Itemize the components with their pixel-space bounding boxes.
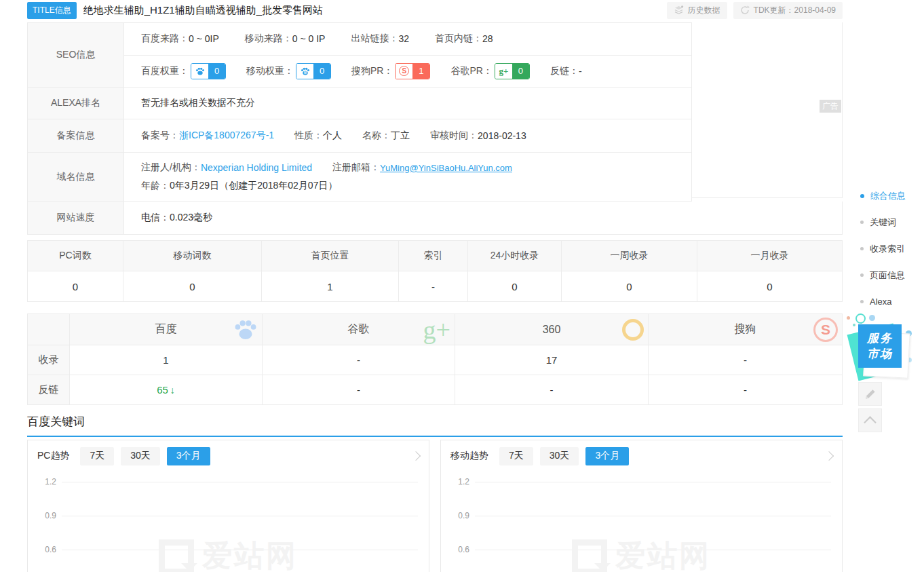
site-info-main: SEO信息 百度来路： 0 ~ 0 IP 移动来路： 0 ~ 0 IP (27, 22, 692, 202)
title-bar-actions: 历史数据 TDK更新：2018-04-09 (667, 2, 843, 19)
baidu-keyword-section-header: 百度关键词 (27, 414, 843, 437)
homepage-inlinks: 首页内链： 28 (435, 33, 493, 45)
registrant-link[interactable]: Nexperian Holding Limited (201, 162, 312, 173)
pc-tab-30d[interactable]: 30天 (121, 447, 160, 465)
shoulu-360[interactable]: 17 (455, 345, 649, 375)
mobile-tab-3m[interactable]: 3个月 (585, 447, 629, 465)
engine-header-baidu: 百度 (70, 314, 263, 345)
mobile-tab-7d[interactable]: 7天 (499, 447, 533, 465)
stats-value-cell: 1 (262, 271, 399, 301)
nav-item-index[interactable]: 收录索引 (860, 242, 906, 256)
gridline (475, 516, 831, 516)
fanlian-baidu[interactable]: 65 ↓ (70, 375, 263, 404)
chevron-right-icon[interactable] (824, 451, 834, 461)
dot-icon (860, 247, 864, 250)
mobile-trend-label: 移动趋势 (450, 450, 488, 462)
icp-review-time: 审核时间： 2018-02-13 (430, 130, 526, 142)
stats-header-cell: 24小时收录 (468, 241, 562, 271)
y-tick: 1.2 (35, 477, 56, 487)
pc-tab-7d[interactable]: 7天 (80, 447, 114, 465)
domain-age: 年龄： 0年3月29日（创建于2018年02月07日） (141, 180, 337, 192)
svg-text:M: M (304, 71, 307, 75)
icp-nature: 性质： 个人 (294, 130, 342, 142)
history-data-button[interactable]: 历史数据 (667, 2, 727, 19)
sogou-icon: S (396, 64, 412, 79)
sogou-pr-badge[interactable]: S 1 (395, 63, 430, 79)
stats-header-cell: 一月收录 (697, 241, 842, 271)
google-pr: 谷歌PR： g+ 0 (450, 63, 529, 79)
outbound-links: 出站链接： 32 (351, 33, 409, 45)
row-label-shoulu: 收录 (28, 345, 70, 375)
tdk-update-label: TDK更新：2018-04-09 (754, 5, 836, 16)
history-data-label: 历史数据 (688, 5, 720, 16)
y-tick: 0.9 (448, 511, 469, 520)
anchor-nav: 综合信息 关键词 收录索引 页面信息 Alexa (860, 189, 906, 321)
title-bar: TITLE信息 绝地求生辅助_H1Z1辅助自瞄透视辅助_批发零售网站 历史数据 (27, 1, 843, 19)
stats-header-cell: 一周收录 (562, 241, 697, 271)
down-arrow-icon: ↓ (170, 385, 175, 396)
registrant: 注册人/机构： Nexperian Holding Limited (141, 161, 312, 174)
ad-tag: 广告 (820, 100, 841, 113)
nav-item-keywords[interactable]: 关键词 (860, 215, 906, 229)
mobile-tab-30d[interactable]: 30天 (540, 447, 579, 465)
qihoo360-icon-large (622, 319, 644, 341)
stats-header-cell: 移动词数 (123, 241, 262, 271)
icp-number-link[interactable]: 浙ICP备18007267号-1 (179, 130, 274, 142)
gridline (62, 482, 418, 482)
icp-content: 备案号： 浙ICP备18007267号-1 性质： 个人 名称： 丁立 审核 (124, 119, 691, 152)
watermark-logo (159, 539, 194, 572)
alexa-content: 暂无排名或相关数据不充分 (124, 88, 691, 119)
y-tick: 0.9 (35, 511, 56, 520)
baidu-weight: 百度权重： 0 (141, 63, 226, 79)
mobile-weight-badge[interactable]: M 0 (296, 63, 331, 79)
dot-icon (860, 300, 864, 303)
watermark: 爱站网 (441, 535, 842, 572)
site-speed-label: 网站速度 (28, 202, 124, 234)
icp-number: 备案号： 浙ICP备18007267号-1 (141, 130, 274, 142)
backlinks: 反链： - (550, 65, 582, 77)
ad-slot: 广告 (692, 22, 843, 198)
pc-tab-3m[interactable]: 3个月 (167, 447, 210, 465)
refresh-icon (740, 5, 750, 15)
registrant-email-link[interactable]: YuMing@YinSiBaoHu.AliYun.com (380, 163, 512, 173)
mobile-traffic: 移动来路： 0 ~ 0 IP (245, 33, 326, 45)
pc-trend-chart: 1.2 0.9 0.6 0.3 爱站网 (28, 472, 429, 572)
feedback-button[interactable] (858, 382, 882, 406)
nav-item-alexa[interactable]: Alexa (860, 294, 906, 309)
nav-item-pageinfo[interactable]: 页面信息 (860, 268, 906, 282)
pencil-icon (864, 388, 877, 400)
engine-header-360: 360 (455, 314, 649, 345)
mobile-trend-head: 移动趋势 7天 30天 3个月 (441, 440, 842, 472)
sogou-pr: 搜狗PR： S 1 (351, 63, 430, 79)
stats-header-cell: 首页位置 (262, 241, 399, 271)
fanlian-google: - (263, 375, 455, 404)
alexa-label: ALEXA排名 (28, 88, 124, 119)
tdk-update-button[interactable]: TDK更新：2018-04-09 (733, 2, 843, 19)
mobile-weight: 移动权重： M 0 (246, 63, 331, 79)
service-market-badge[interactable]: 服务 市场 (852, 320, 917, 385)
gridline (62, 516, 418, 516)
back-to-top-button[interactable] (858, 408, 882, 432)
pc-trend-label: PC趋势 (37, 450, 69, 462)
shoulu-google: - (263, 345, 455, 375)
dot-icon (860, 221, 864, 224)
nav-item-overview[interactable]: 综合信息 (860, 189, 906, 203)
shoulu-baidu[interactable]: 1 (70, 345, 263, 375)
google-pr-badge[interactable]: g+ 0 (495, 63, 530, 79)
deco-dot (847, 316, 850, 320)
dot-icon (860, 273, 864, 277)
dot-icon (860, 194, 864, 198)
domain-label: 域名信息 (28, 153, 124, 201)
baidu-weight-badge[interactable]: 0 (191, 63, 226, 79)
site-speed-content: 电信：0.023毫秒 (124, 202, 842, 234)
chevron-right-icon[interactable] (411, 451, 421, 461)
stats-value-cell: 0 (123, 271, 262, 301)
icp-name: 名称： 丁立 (362, 130, 410, 142)
trend-panels: PC趋势 7天 30天 3个月 1.2 0.9 0.6 0.3 (27, 440, 843, 572)
site-info-table: SEO信息 百度来路： 0 ~ 0 IP 移动来路： 0 ~ 0 IP (27, 22, 843, 235)
page-title: 绝地求生辅助_H1Z1辅助自瞄透视辅助_批发零售网站 (83, 4, 323, 17)
engine-header-google: 谷歌 g+ (263, 314, 455, 345)
stats-header-cell: PC词数 (28, 241, 123, 271)
fanlian-sogou: - (649, 375, 842, 404)
keyword-stats-table: PC词数 移动词数 首页位置 索引 24小时收录 一周收录 一月收录 0 0 1… (27, 240, 843, 302)
